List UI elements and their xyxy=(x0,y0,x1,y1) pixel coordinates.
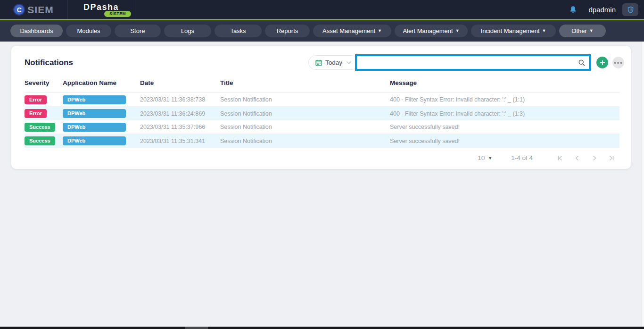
table-row[interactable]: Success DPWeb 2023/03/31 11:35:37:966 Se… xyxy=(25,120,619,134)
nav-item-incident-management[interactable]: Incident Management▼ xyxy=(471,25,556,37)
plus-icon xyxy=(600,60,605,66)
pagination: 10 ▼ 1-4 of 4 xyxy=(18,148,624,167)
nav-item-alert-management[interactable]: Alert Management▼ xyxy=(395,25,468,37)
severity-badge: Success xyxy=(25,123,55,132)
nav-item-asset-management[interactable]: Asset Management▼ xyxy=(313,25,391,37)
dpasha-logo-text: DPasha xyxy=(83,3,119,11)
add-button[interactable] xyxy=(596,57,608,68)
search-icon[interactable] xyxy=(578,59,589,67)
severity-badge: Error xyxy=(25,95,47,104)
vertical-scrollbar[interactable] xyxy=(641,42,644,327)
application-badge: DPWeb xyxy=(63,123,126,132)
table-row[interactable]: Success DPWeb 2023/03/31 11:35:31:341 Se… xyxy=(25,134,619,148)
cell-message: Server successfully saved! xyxy=(390,138,619,144)
chevron-left-icon xyxy=(574,155,581,161)
column-header-message: Message xyxy=(390,79,619,86)
chevron-down-icon xyxy=(346,61,352,65)
table-header-row: Severity Application Name Date Title Mes… xyxy=(25,76,619,93)
nav-item-store[interactable]: Store xyxy=(115,25,161,37)
chevron-down-icon: ▼ xyxy=(455,29,460,33)
top-bar: C SIEM DPasha SİSTEM dpadmin xyxy=(0,0,644,19)
severity-badge: Success xyxy=(25,136,55,145)
application-badge: DPWeb xyxy=(63,136,126,145)
csiem-logo: C SIEM xyxy=(0,0,67,19)
date-filter-button[interactable]: Today xyxy=(308,55,359,70)
shield-icon xyxy=(627,6,634,14)
csiem-logo-text: SIEM xyxy=(27,4,53,16)
notifications-bell-icon[interactable] xyxy=(569,6,577,14)
nav-item-tasks[interactable]: Tasks xyxy=(215,25,262,37)
chevron-down-icon: ▼ xyxy=(589,29,594,33)
table-row[interactable]: Error DPWeb 2023/03/31 11:36:38:738 Sess… xyxy=(25,93,619,107)
search-box-highlight xyxy=(355,54,591,71)
pagination-range-label: 1-4 of 4 xyxy=(511,154,533,161)
nav-item-logs[interactable]: Logs xyxy=(164,25,211,37)
toolbar: Today ●●● xyxy=(308,54,624,71)
chevron-right-icon xyxy=(591,155,598,161)
first-page-icon xyxy=(557,155,564,161)
cell-message: 400 - Filter Syntax Error: Invalid chara… xyxy=(390,96,619,103)
first-page-button[interactable] xyxy=(552,155,569,161)
application-badge: DPWeb xyxy=(63,95,126,104)
dpasha-logo: DPasha SİSTEM xyxy=(67,0,135,19)
calendar-icon xyxy=(315,59,322,66)
cell-date: 2023/03/31 11:36:24:869 xyxy=(140,110,220,117)
table-row[interactable]: Error DPWeb 2023/03/31 11:36:24:869 Sess… xyxy=(25,107,619,120)
cell-title: Session Notification xyxy=(220,138,390,144)
chevron-down-icon: ▼ xyxy=(542,29,546,33)
nav-item-dashboards[interactable]: Dashboards xyxy=(10,25,63,37)
application-badge: DPWeb xyxy=(63,109,126,118)
next-page-button[interactable] xyxy=(586,155,603,161)
horizontal-scrollbar[interactable] xyxy=(0,327,644,329)
notifications-table: Severity Application Name Date Title Mes… xyxy=(25,76,619,148)
cell-message: 400 - Filter Syntax Error: Invalid chara… xyxy=(390,110,619,117)
chevron-down-icon: ▼ xyxy=(488,156,492,160)
page-size-select[interactable]: 10 ▼ xyxy=(478,154,492,161)
nav-item-modules[interactable]: Modules xyxy=(66,25,111,37)
cell-title: Session Notification xyxy=(220,110,390,117)
search-input[interactable] xyxy=(357,56,578,69)
main-navigation: Dashboards Modules Store Logs Tasks Repo… xyxy=(0,20,644,42)
username-label: dpadmin xyxy=(588,6,616,14)
severity-badge: Error xyxy=(25,109,47,118)
nav-item-reports[interactable]: Reports xyxy=(265,25,310,37)
dpasha-sistem-badge: SİSTEM xyxy=(104,11,131,17)
nav-item-other[interactable]: Other▼ xyxy=(559,25,606,37)
notifications-card: Notifications Today xyxy=(11,46,631,169)
ellipsis-icon: ●●● xyxy=(614,60,623,65)
cell-message: Server successfully saved! xyxy=(390,124,619,130)
cell-date: 2023/03/31 11:36:38:738 xyxy=(140,96,220,103)
date-filter-label: Today xyxy=(325,59,342,66)
cell-date: 2023/03/31 11:35:37:966 xyxy=(140,124,220,130)
column-header-title: Title xyxy=(220,79,390,86)
last-page-icon xyxy=(608,155,615,161)
more-options-button[interactable]: ●●● xyxy=(612,57,624,68)
main-content: Notifications Today xyxy=(0,42,644,327)
cell-title: Session Notification xyxy=(220,124,390,130)
horizontal-scrollbar-thumb[interactable] xyxy=(185,327,208,329)
column-header-severity: Severity xyxy=(25,79,63,86)
last-page-button[interactable] xyxy=(603,155,619,161)
cell-title: Session Notification xyxy=(220,96,390,103)
column-header-date: Date xyxy=(140,79,220,86)
user-shield-button[interactable] xyxy=(622,3,638,16)
previous-page-button[interactable] xyxy=(569,155,586,161)
column-header-application-name: Application Name xyxy=(63,79,140,86)
page-title: Notifications xyxy=(25,58,73,67)
chevron-down-icon: ▼ xyxy=(378,29,382,33)
csiem-logo-icon: C xyxy=(13,4,25,16)
cell-date: 2023/03/31 11:35:31:341 xyxy=(140,138,220,144)
